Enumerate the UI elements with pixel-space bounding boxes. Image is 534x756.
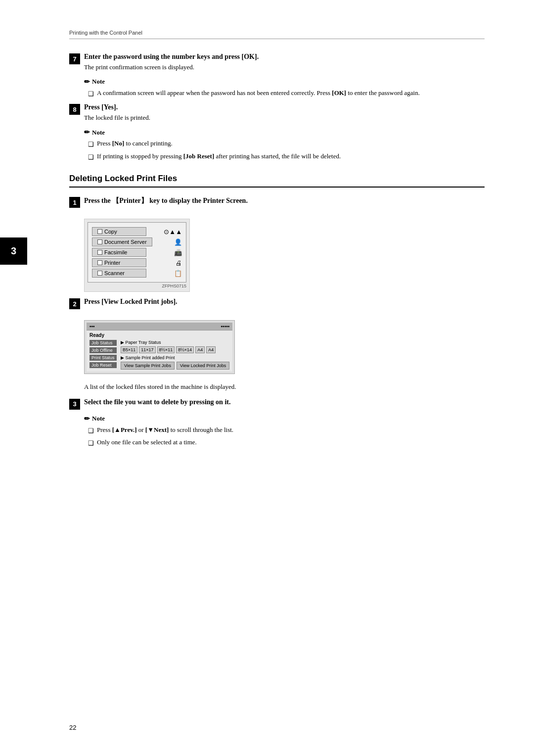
chapter-tab: 3 [0,237,27,265]
step-7-desc: The print confirmation screen is display… [84,62,485,73]
note-block-3-delete: ✏ Note ❑ Press [▲Prev.] or [▼Next] to sc… [84,415,485,448]
printer-icon-right: 🖨 [176,259,182,267]
ui-row-copy: Copy ⊙▲▲ [92,227,182,236]
scanner-icon-right: 📋 [174,270,182,277]
scanner-label: Scanner [104,270,125,276]
step-2-description: A list of the locked files stored in the… [84,382,485,392]
docserver-icon-right: 👤 [174,238,182,246]
step-8-content: Press [Yes]. The locked file is printed. [84,103,485,123]
view-locked-print-button[interactable]: View Locked Print Jobs [177,362,229,370]
printer-ui-buttons: View Sample Print Jobs View Locked Print… [121,362,229,370]
printer-ui-header: ▪▪▪ ▪▪▪▪▪ [87,323,232,331]
note-bullet-3-2: ❑ [88,438,94,448]
note-item-7-1: ❑ A confirmation screen will appear when… [84,88,485,99]
ui-row-printer: Printer 🖨 [92,258,182,267]
scanner-button-ui: Scanner [92,269,146,278]
tray-item-3: 8½×11 [157,346,175,353]
ui-row-docserver: Document Server 👤 [92,237,182,246]
view-sample-print-button[interactable]: View Sample Print Jobs [121,362,175,370]
note-bullet-8-1: ❑ [88,140,94,149]
page-number: 22 [69,724,76,731]
note-item-8-2: ❑ If printing is stopped by pressing [Jo… [84,151,485,162]
printer-ui-right: ▶ Paper Tray Status B5×11 11×17 8½×11 8½… [121,340,229,370]
docserver-button-ui: Document Server [92,237,152,246]
note-header-8: ✏ Note [84,128,485,137]
breadcrumb: Printing with the Control Panel [69,30,485,39]
facsimile-icon-right: 📠 [174,249,182,256]
page-container: 3 Printing with the Control Panel 7 Ente… [0,0,534,756]
tray-items: B5×11 11×17 8½×11 8½×14 A4 A4 [121,346,229,353]
step-1-delete: 1 Press the 【Printer】 key to display the… [69,196,485,208]
note-bullet-3-1: ❑ [88,426,94,436]
ui-row-facsimile: Facsimile 📠 [92,248,182,257]
step-2-delete-content: Press [View Locked Print jobs]. [84,298,485,306]
step-2-delete-title: Press [View Locked Print jobs]. [84,298,485,306]
note-item-3-1: ❑ Press [▲Prev.] or [▼Next] to scroll th… [84,425,485,436]
label-job-offline: Job Offline [89,347,117,353]
printer-ui-labels: Job Status Job Offline Print Status Job … [89,340,117,368]
docserver-label: Document Server [104,239,147,245]
step-1-delete-number: 1 [69,197,80,208]
note-icon-3-delete: ✏ [84,415,90,423]
step-1-delete-title: Press the 【Printer】 key to display the P… [84,196,485,205]
step-2-delete: 2 Press [View Locked Print jobs]. [69,298,485,309]
tray-item-6: A4 [206,346,216,353]
step-1-delete-content: Press the 【Printer】 key to display the P… [84,196,485,205]
printer-screen-screenshot: Copy ⊙▲▲ Document Server 👤 Facsimil [84,219,190,292]
step-8-desc: The locked file is printed. [84,113,485,123]
note-bullet-8-2: ❑ [88,152,94,162]
facsimile-label: Facsimile [104,249,127,255]
tray-item-1: B5×11 [121,346,137,353]
printer-ui-screenshot: ▪▪▪ ▪▪▪▪▪ Ready Job Status Job Offline P… [84,320,235,374]
note-header-3-delete: ✏ Note [84,415,485,423]
note-block-7: ✏ Note ❑ A confirmation screen will appe… [84,78,485,99]
ui-row-scanner: Scanner 📋 [92,269,182,278]
step-8: 8 Press [Yes]. The locked file is printe… [69,103,485,123]
printer-label: Printer [104,260,120,266]
note-icon-7: ✏ [84,78,90,86]
printer-ui-body: Ready Job Status Job Offline Print Statu… [87,331,232,372]
copy-button-ui: Copy [92,227,146,236]
label-job-reset: Job Reset [89,362,117,368]
facsimile-button-ui: Facsimile [92,248,146,257]
step-3-delete: 3 Select the file you want to delete by … [69,398,485,410]
note-item-3-2: ❑ Only one file can be selected at a tim… [84,437,485,448]
scanner-checkbox [97,271,102,276]
copy-checkbox [97,229,102,234]
copy-icon-right: ⊙▲▲ [164,228,182,236]
docserver-checkbox [97,239,102,244]
note-block-8: ✏ Note ❑ Press [No] to cancel printing. … [84,128,485,162]
printer-ui-content: Job Status Job Offline Print Status Job … [89,340,229,370]
step-7-number: 7 [69,53,80,64]
printer-screen-inner: Copy ⊙▲▲ Document Server 👤 Facsimil [88,222,186,283]
step-8-title: Press [Yes]. [84,103,485,111]
label-print-status: Print Status [89,355,117,361]
section-heading-delete: Deleting Locked Print Files [69,174,485,188]
printer-button-ui: Printer [92,258,146,267]
step-8-number: 8 [69,104,80,115]
step-3-delete-title: Select the file you want to delete by pr… [84,398,485,406]
sample-label: ▶ Sample Print added Print [121,355,229,360]
copy-label: Copy [104,229,117,235]
step-3-delete-content: Select the file you want to delete by pr… [84,398,485,406]
step-2-delete-number: 2 [69,298,80,309]
printer-checkbox [97,260,102,265]
note-item-8-1: ❑ Press [No] to cancel printing. [84,139,485,149]
tray-item-4: 8½×14 [176,346,194,353]
note-header-7: ✏ Note [84,78,485,86]
step-7-content: Enter the password using the number keys… [84,53,485,73]
note-bullet-7-1: ❑ [88,89,94,99]
tray-label: ▶ Paper Tray Status [121,340,229,345]
step-3-delete-number: 3 [69,399,80,410]
tray-item-5: A4 [195,346,205,353]
note-icon-8: ✏ [84,128,90,137]
label-job-status: Job Status [89,340,117,346]
tray-item-2: 11×17 [139,346,155,353]
step-7-title: Enter the password using the number keys… [84,53,485,61]
ui-caption: ZFPHS0715 [88,284,186,288]
step-7: 7 Enter the password using the number ke… [69,53,485,73]
printer-status: Ready [89,332,229,338]
facsimile-checkbox [97,250,102,255]
